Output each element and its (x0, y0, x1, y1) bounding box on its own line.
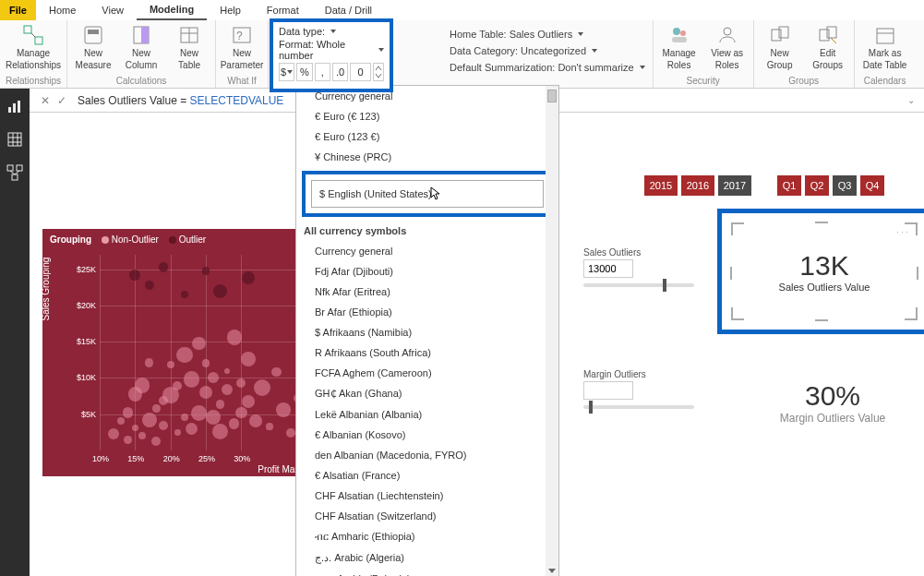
group-label-calendars: Calendars (864, 76, 906, 86)
margin-kpi-card[interactable]: 30% Margin Outliers Value (740, 380, 924, 425)
year-pill-2015[interactable]: 2015 (644, 175, 678, 196)
dropdown-search-input[interactable]: $ English (United States) (311, 180, 544, 208)
quarter-pill-q4[interactable]: Q4 (860, 175, 884, 196)
new-measure-button[interactable]: NewMeasure (73, 24, 114, 70)
svg-rect-22 (8, 107, 11, 113)
decimal-icon-button[interactable]: .0 (332, 63, 348, 81)
dropdown-scrollbar[interactable] (546, 86, 558, 576)
margin-outliers-slicer[interactable]: Margin Outliers (583, 369, 713, 409)
dropdown-option[interactable]: € Euro (123 €) (296, 126, 558, 147)
dropdown-option[interactable]: GH₵ Akan (Ghana) (296, 383, 558, 404)
year-slicer[interactable]: 2015 2016 2017 (644, 175, 751, 196)
report-canvas: Grouping Non-Outlier Outlier Sales Group… (30, 113, 924, 576)
year-pill-2017[interactable]: 2017 (718, 175, 751, 196)
visual-selection-frame[interactable]: ··· 13K Sales Outliers Value (731, 222, 918, 320)
dropdown-option[interactable]: ¥ Chinese (PRC) (296, 147, 558, 167)
tab-modeling[interactable]: Modeling (137, 0, 207, 20)
data-category-prop[interactable]: Data Category: Uncategorized (450, 42, 645, 59)
year-pill-2016[interactable]: 2016 (681, 175, 714, 196)
home-table-prop[interactable]: Home Table: Sales Outliers (450, 26, 645, 42)
dropdown-option[interactable]: Lekë Albanian (Albania) (296, 404, 558, 425)
sales-outliers-input[interactable] (583, 259, 633, 278)
new-column-button[interactable]: NewColumn (121, 24, 162, 70)
decimal-stepper[interactable] (373, 63, 384, 81)
dropdown-section-header: All currency symbols (296, 221, 558, 241)
dropdown-option[interactable]: د.ب. Arabic (Bahrain) (296, 569, 558, 576)
view-as-roles-button[interactable]: View asRoles (707, 24, 748, 70)
formula-expand-icon[interactable]: ⌄ (907, 95, 915, 105)
formula-text[interactable]: Sales Outliers Value = SELECTEDVALUE (78, 94, 283, 107)
tab-format[interactable]: Format (254, 0, 312, 20)
svg-text:?: ? (236, 30, 243, 42)
new-parameter-button[interactable]: ? NewParameter (222, 24, 262, 70)
manage-roles-button[interactable]: ManageRoles (659, 24, 700, 70)
dropdown-option[interactable]: € Euro (€ 123) (296, 106, 558, 126)
formula-commit-icon[interactable]: ✓ (54, 94, 70, 107)
quarter-pill-q1[interactable]: Q1 (777, 175, 801, 196)
dropdown-option[interactable]: Currency general (296, 241, 558, 261)
chevron-down-icon[interactable] (378, 48, 384, 52)
scroll-thumb[interactable] (547, 90, 557, 102)
dropdown-option[interactable]: CHF Alsatian (Liechtenstein) (296, 486, 558, 506)
group-label-calculations: Calculations (116, 76, 166, 86)
scatter-visual[interactable]: Grouping Non-Outlier Outlier Sales Group… (42, 229, 319, 476)
quarter-slicer[interactable]: Q1 Q2 Q3 Q4 (777, 175, 884, 196)
mark-date-table-button[interactable]: Mark asDate Table (860, 24, 910, 70)
menu-tabs: File Home View Modeling Help Format Data… (0, 0, 924, 20)
currency-button[interactable]: $ (279, 63, 294, 81)
left-rail (0, 89, 30, 576)
edit-groups-button[interactable]: EditGroups (808, 24, 848, 70)
tab-view[interactable]: View (89, 0, 137, 20)
calendar-icon (874, 24, 896, 46)
chevron-down-icon[interactable] (330, 30, 336, 33)
slider-knob[interactable] (589, 401, 593, 414)
tab-file[interactable]: File (0, 0, 36, 20)
quarter-pill-q2[interactable]: Q2 (805, 175, 829, 196)
roles-icon (668, 24, 690, 46)
quarter-pill-q3[interactable]: Q3 (833, 175, 857, 196)
svg-rect-14 (672, 37, 687, 42)
slider-knob[interactable] (663, 279, 666, 292)
format-label: Format: Whole number (279, 39, 373, 61)
svg-rect-31 (17, 165, 22, 171)
dropdown-option[interactable]: R Afrikaans (South Africa) (296, 342, 558, 363)
dropdown-option[interactable]: den Albanian (Macedonia, FYRO) (296, 445, 558, 465)
margin-outliers-input[interactable] (583, 381, 633, 400)
relationships-icon (22, 24, 44, 46)
slider-track[interactable] (583, 405, 694, 409)
new-group-button[interactable]: NewGroup (760, 24, 800, 70)
formula-cancel-icon[interactable]: ✕ (37, 94, 54, 107)
new-table-button[interactable]: NewTable (169, 24, 210, 70)
comma-button[interactable]: , (315, 63, 330, 81)
dropdown-option[interactable]: ብር Amharic (Ethiopia) (296, 526, 558, 547)
manage-relationships-button[interactable]: ManageRelationships (13, 24, 54, 70)
scroll-down-icon[interactable] (546, 564, 558, 576)
dropdown-option[interactable]: € Albanian (Kosovo) (296, 425, 558, 445)
y-axis-label: Sales Grouping (41, 258, 51, 321)
slider-track[interactable] (583, 283, 694, 287)
svg-point-12 (673, 28, 680, 35)
currency-format-dropdown[interactable]: Currency general€ Euro (€ 123)€ Euro (12… (295, 85, 559, 576)
dropdown-option[interactable]: € Alsatian (France) (296, 465, 558, 486)
report-view-icon[interactable] (6, 98, 23, 114)
dropdown-option[interactable]: Fdj Afar (Djibouti) (296, 261, 558, 282)
group-label-security: Security (687, 76, 720, 86)
dropdown-option[interactable]: د.ج. Arabic (Algeria) (296, 547, 558, 569)
sales-kpi-highlight: ··· 13K Sales Outliers Value (717, 209, 924, 334)
dropdown-option[interactable]: FCFA Aghem (Cameroon) (296, 363, 558, 383)
model-view-icon[interactable] (6, 164, 23, 181)
tab-home[interactable]: Home (36, 0, 89, 20)
dropdown-option[interactable]: Nfk Afar (Eritrea) (296, 282, 558, 302)
group-label-whatif: What If (227, 76, 257, 86)
data-view-icon[interactable] (6, 131, 23, 148)
dropdown-option[interactable]: $ Afrikaans (Namibia) (296, 322, 558, 342)
dropdown-option[interactable]: Br Afar (Ethiopia) (296, 302, 558, 322)
percent-button[interactable]: % (296, 63, 312, 81)
tab-datadrill[interactable]: Data / Drill (312, 0, 385, 20)
summarization-prop[interactable]: Default Summarization: Don't summarize (450, 59, 645, 76)
dropdown-option[interactable]: CHF Alsatian (Switzerland) (296, 506, 558, 526)
sales-outliers-slicer[interactable]: Sales Outliers (583, 247, 713, 287)
decimal-places-input[interactable]: 0 (350, 63, 370, 81)
svg-point-15 (724, 28, 731, 35)
tab-help[interactable]: Help (207, 0, 254, 20)
